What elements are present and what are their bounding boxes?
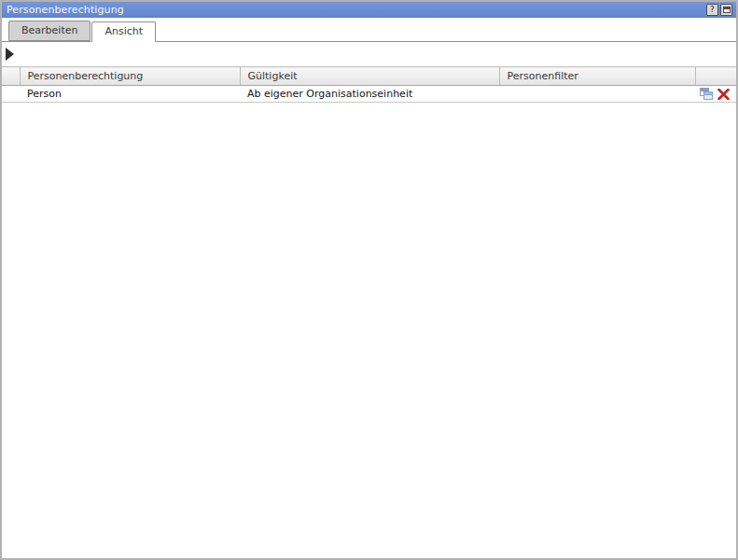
window-restore-button[interactable]	[720, 4, 732, 16]
cell-personenberechtigung: Person	[20, 86, 240, 103]
window-restore-icon	[723, 7, 731, 13]
row-selector-cell	[2, 86, 20, 103]
header-personenberechtigung[interactable]: Personenberechtigung	[20, 67, 240, 86]
header-gueltigkeit[interactable]: Gültigkeit	[240, 67, 499, 86]
tab-ansicht[interactable]: Ansicht	[91, 21, 156, 42]
header-personenfilter[interactable]: Personenfilter	[499, 67, 695, 86]
delete-row-button[interactable]	[717, 88, 731, 101]
toolbar	[2, 42, 736, 66]
empty-content-area	[2, 103, 736, 558]
header-actions	[695, 67, 736, 86]
header-row-selector	[2, 67, 20, 86]
permissions-table: Personenberechtigung Gültigkeit Personen…	[2, 66, 736, 103]
cell-actions	[695, 86, 736, 103]
table-header-row: Personenberechtigung Gültigkeit Personen…	[2, 67, 736, 86]
edit-row-button[interactable]	[699, 88, 713, 101]
personenberechtigung-window: Personenberechtigung ? Bearbeiten Ansich…	[0, 0, 738, 560]
window-title: Personenberechtigung	[7, 4, 124, 16]
question-mark-icon: ?	[710, 6, 715, 14]
help-button[interactable]: ?	[706, 4, 718, 16]
cascade-windows-icon	[700, 88, 713, 100]
delete-x-icon	[717, 89, 730, 100]
titlebar-buttons: ?	[706, 4, 732, 16]
tab-bearbeiten[interactable]: Bearbeiten	[8, 21, 91, 41]
table-row[interactable]: Person Ab eigener Organisationseinheit	[2, 86, 736, 103]
window-titlebar: Personenberechtigung ?	[2, 2, 736, 18]
cell-gueltigkeit: Ab eigener Organisationseinheit	[240, 86, 499, 103]
expander-right-triangle-icon[interactable]	[6, 48, 14, 61]
tab-bar: Bearbeiten Ansicht	[2, 18, 736, 42]
cell-personenfilter	[499, 86, 695, 103]
